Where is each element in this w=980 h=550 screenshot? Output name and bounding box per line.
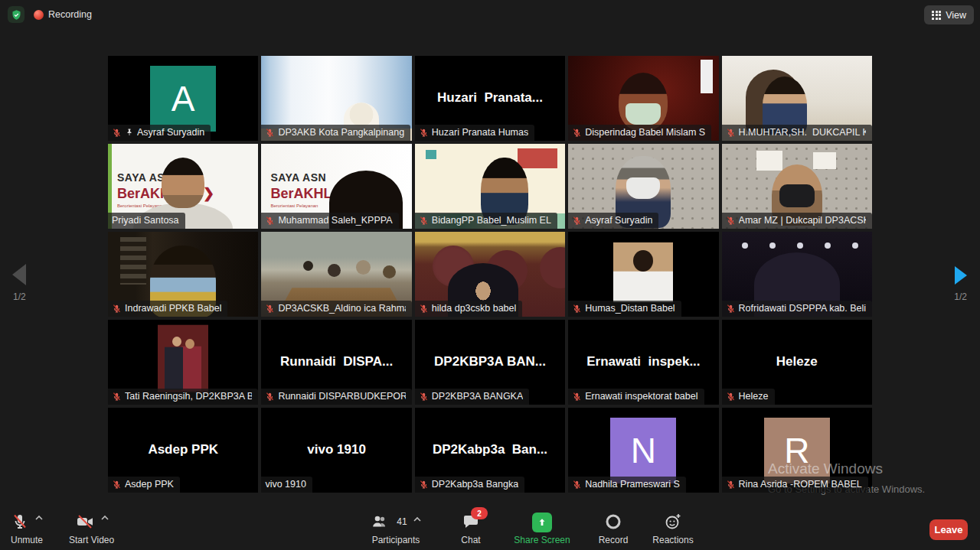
name-tag: Huzari Pranata Humas (415, 125, 534, 141)
leave-button[interactable]: Leave (929, 519, 968, 540)
participant-name-center: Asdep PPK (108, 442, 258, 457)
name-tag: DP3AKB Kota Pangkalpinang (261, 125, 410, 141)
participants-button[interactable]: 41 Participants (354, 513, 438, 545)
encryption-shield-icon (8, 6, 24, 23)
participant-tile[interactable]: Asdep PPKAsdep PPK (108, 408, 258, 493)
participant-name: Rofridawati DSPPPA kab. Belit... (739, 303, 866, 314)
record-icon (604, 513, 622, 531)
bg-chevron-icon: ❯ (356, 186, 368, 201)
participant-tile[interactable]: RRina Asrida -ROPEM BABEL (722, 408, 872, 493)
virtual-background-text: SAYA ASNBerAKHLAK❯Berorientasi Pelayanan (117, 171, 214, 210)
muted-mic-icon (265, 304, 275, 314)
participant-tile[interactable]: H.MUHTAR,SH. DUKCAPIL KA... (722, 56, 872, 141)
name-tag: DP2Kabp3a Bangka (415, 477, 524, 493)
name-tag: Humas_Distan Babel (568, 301, 681, 317)
participant-tile[interactable]: DP3AKB Kota Pangkalpinang (261, 56, 411, 141)
participant-tile[interactable]: DP2Kabp3a Ban...DP2Kabp3a Bangka (415, 408, 565, 493)
participant-tile[interactable]: vivo 1910vivo 1910 (261, 408, 411, 493)
participant-tile[interactable]: Tati Raeningsih, DP2KBP3A BA... (108, 320, 258, 405)
name-tag: H.MUHTAR,SH. DUKCAPIL KA... (722, 125, 872, 141)
muted-mic-icon (419, 216, 429, 226)
participant-tile[interactable]: DP3ACSKB_Aldino ica Rahma... (261, 232, 411, 317)
unmute-options-chevron-icon[interactable] (35, 515, 43, 521)
reactions-icon (664, 513, 682, 531)
participant-name-center: Runnaidi DISPA... (261, 354, 411, 369)
toolbar-center-group: 41 Participants 2 Chat (354, 513, 700, 545)
start-video-button[interactable]: Start Video (69, 513, 114, 545)
pin-icon (125, 128, 134, 137)
muted-mic-icon (265, 392, 275, 402)
participant-name: DP2KBP3A BANGKA (432, 391, 524, 402)
bg-text-line1: SAYA ASN (270, 171, 368, 185)
participant-tile[interactable]: NNadhila Prameswari S (568, 408, 718, 493)
participant-tile[interactable]: Ernawati inspek...Ernawati inspektorat b… (568, 320, 718, 405)
participant-tile[interactable]: Huzari Pranata...Huzari Pranata Humas (415, 56, 565, 141)
participant-name: Asdep PPK (125, 479, 174, 490)
chat-badge: 2 (471, 507, 488, 519)
participant-name: Asyraf Suryadin (585, 215, 652, 226)
avatar-letter: R (784, 430, 809, 471)
name-tag: Runnaidi DISPARBUDKEPORA (261, 389, 411, 405)
participant-name: Rina Asrida -ROPEM BABEL (739, 479, 862, 490)
muted-mic-icon (419, 480, 429, 490)
recording-indicator-icon[interactable] (34, 10, 44, 20)
muted-mic-icon (419, 304, 429, 314)
participant-name: Ernawati inspektorat babel (585, 391, 697, 402)
name-tag: Disperindag Babel Mislam S (568, 125, 711, 141)
participant-tile[interactable]: AAsyraf Suryadin (108, 56, 258, 141)
participant-tile[interactable]: Indrawadi PPKB Babel (108, 232, 258, 317)
name-tag: Ernawati inspektorat babel (568, 389, 704, 405)
participant-tile[interactable]: HelezeHeleze (722, 320, 872, 405)
meeting-toolbar: Unmute Start Video (0, 505, 980, 550)
muted-mic-icon (572, 128, 582, 138)
name-tag: Asyraf Suryadin (108, 125, 211, 141)
muted-mic-icon (265, 216, 275, 226)
grid-view-icon (932, 11, 941, 20)
bg-text-line2: BerAKHLAK (270, 186, 351, 201)
participant-tile[interactable]: hilda dp3cskb babel (415, 232, 565, 317)
view-button-label: View (946, 10, 966, 21)
muted-mic-icon (112, 128, 122, 138)
name-tag: BidangPP Babel_Muslim EL (415, 213, 557, 229)
participant-tile[interactable]: Amar MZ | Dukcapil DP3ACSKB (722, 144, 872, 229)
name-tag: Asyraf Suryadin (568, 213, 658, 229)
page-indicator-right: 1/2 (954, 291, 967, 302)
reactions-label: Reactions (652, 535, 693, 545)
muted-mic-icon (419, 128, 429, 138)
participant-name-center: DP2KBP3A BAN... (415, 354, 565, 369)
unmute-label: Unmute (11, 535, 43, 545)
view-button[interactable]: View (924, 5, 974, 24)
name-tag: Tati Raeningsih, DP2KBP3A BA... (108, 389, 258, 405)
share-screen-button[interactable]: Share Screen (504, 513, 580, 545)
recording-label: Recording (48, 9, 92, 20)
name-tag: Muhammad Saleh_KPPPA (261, 213, 398, 229)
avatar: A (150, 66, 216, 132)
participant-tile[interactable]: Runnaidi DISPA...Runnaidi DISPARBUDKEPOR… (261, 320, 411, 405)
participant-name: Priyadi Santosa (112, 215, 179, 226)
participant-tile[interactable]: Humas_Distan Babel (568, 232, 718, 317)
participant-tile[interactable]: Rofridawati DSPPPA kab. Belit... (722, 232, 872, 317)
participant-name: Nadhila Prameswari S (585, 479, 680, 490)
chat-button[interactable]: 2 Chat (444, 513, 498, 545)
name-tag: Indrawadi PPKB Babel (108, 301, 227, 317)
unmute-button[interactable]: Unmute (11, 513, 43, 545)
participant-tile[interactable]: SAYA ASNBerAKHLAK❯Berorientasi Pelayanan… (108, 144, 258, 229)
participant-name-center: vivo 1910 (261, 442, 411, 457)
participant-name-center: Huzari Pranata... (415, 90, 565, 106)
participant-name: H.MUHTAR,SH. DUKCAPIL KA... (739, 127, 866, 138)
participant-tile[interactable]: BidangPP Babel_Muslim EL (415, 144, 565, 229)
participant-tile[interactable]: Asyraf Suryadin (568, 144, 718, 229)
name-tag: hilda dp3cskb babel (415, 301, 523, 317)
reactions-button[interactable]: Reactions (646, 513, 700, 545)
muted-mic-icon (726, 128, 736, 138)
next-page-arrow[interactable] (955, 266, 967, 285)
participants-options-chevron-icon[interactable] (413, 516, 421, 522)
previous-page-arrow[interactable] (12, 264, 26, 285)
video-options-chevron-icon[interactable] (101, 515, 109, 521)
participants-icon (371, 513, 390, 531)
participant-tile[interactable]: Disperindag Babel Mislam S (568, 56, 718, 141)
participant-tile[interactable]: SAYA ASNBerAKHLAK❯Berorientasi Pelayanan… (261, 144, 411, 229)
record-button[interactable]: Record (586, 513, 640, 545)
chat-label: Chat (461, 535, 480, 545)
participant-tile[interactable]: DP2KBP3A BAN...DP2KBP3A BANGKA (415, 320, 565, 405)
